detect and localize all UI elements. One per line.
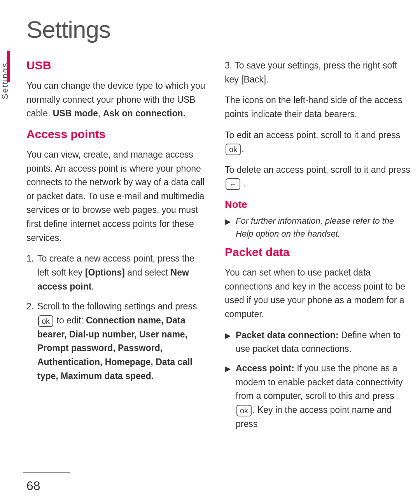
note-list-item: ▶ For further information, please refer …: [225, 214, 411, 240]
access-points-list: 1. To create a new access point, press t…: [26, 252, 205, 383]
note-text: For further information, please refer to…: [236, 214, 411, 240]
packet-data-list-item-1: ▶ Packet data connection: Define when to…: [225, 328, 411, 356]
sidebar-label: Settings: [0, 62, 19, 100]
usb-heading: USB: [26, 59, 205, 72]
two-column-layout: USB You can change the device type to wh…: [26, 59, 411, 504]
ok-icon-edit: ok: [226, 144, 241, 155]
packet-data-heading: Packet data: [225, 246, 411, 259]
list-content-1: To create a new access point, press the …: [37, 252, 205, 293]
settings-bold: Connection name, Data bearer, Dial-up nu…: [37, 315, 192, 381]
note-list: ▶ For further information, please refer …: [225, 214, 411, 240]
access-points-body: You can view, create, and manage access …: [26, 148, 205, 245]
usb-section: USB You can change the device type to wh…: [26, 59, 205, 121]
bullet-arrow-1: ▶: [225, 330, 232, 342]
page-title: Settings: [26, 16, 411, 43]
bullet-arrow-2: ▶: [225, 363, 232, 375]
list-item: 1. To create a new access point, press t…: [26, 252, 205, 293]
packet-data-section: Packet data You can set when to use pack…: [225, 246, 411, 431]
edit-access-point-text: To edit an access point, scroll to it an…: [225, 128, 411, 156]
list-item: 2. Scroll to the following settings and …: [26, 300, 205, 383]
list-number-1: 1.: [26, 252, 37, 293]
delete-access-point-text: To delete an access point, scroll to it …: [225, 163, 411, 191]
ok-icon-access-point: ok: [236, 405, 252, 416]
back-icon-delete: ←: [226, 178, 240, 190]
packet-data-list-item-2: ▶ Access point: If you use the phone as …: [225, 362, 411, 431]
icons-text: The icons on the left-hand side of the a…: [225, 93, 411, 121]
options-bold: [Options]: [85, 267, 125, 277]
note-heading: Note: [225, 198, 411, 211]
note-section: Note ▶ For further information, please r…: [225, 198, 411, 240]
access-point-bold: Access point:: [236, 363, 294, 373]
step3-text: 3. To save your settings, press the righ…: [225, 59, 411, 86]
packet-data-connection-text: Packet data connection: Define when to u…: [236, 328, 411, 356]
packet-data-connection-bold: Packet data connection:: [236, 330, 339, 340]
packet-data-body: You can set when to use packet data conn…: [225, 266, 411, 321]
list-number-2: 2.: [26, 300, 37, 383]
usb-ask-bold: Ask on connection.: [103, 108, 186, 118]
bullet-arrow-note: ▶: [225, 216, 232, 228]
access-points-section: Access points You can view, create, and …: [26, 128, 205, 383]
page-container: Settings 68 Settings USB You can change …: [0, 0, 420, 504]
access-point-text: Access point: If you use the phone as a …: [236, 362, 411, 431]
main-content: Settings USB You can change the device t…: [26, 0, 411, 504]
usb-mode-bold: USB mode: [53, 108, 98, 118]
ok-icon-list2: ok: [38, 315, 53, 327]
usb-body: You can change the device type to which …: [26, 79, 205, 121]
packet-data-list: ▶ Packet data connection: Define when to…: [225, 328, 411, 431]
list-content-2: Scroll to the following settings and pre…: [37, 300, 205, 383]
left-column: USB You can change the device type to wh…: [26, 59, 205, 504]
right-column: 3. To save your settings, press the righ…: [225, 59, 411, 504]
access-points-heading: Access points: [26, 128, 205, 141]
sidebar: Settings: [0, 0, 23, 504]
